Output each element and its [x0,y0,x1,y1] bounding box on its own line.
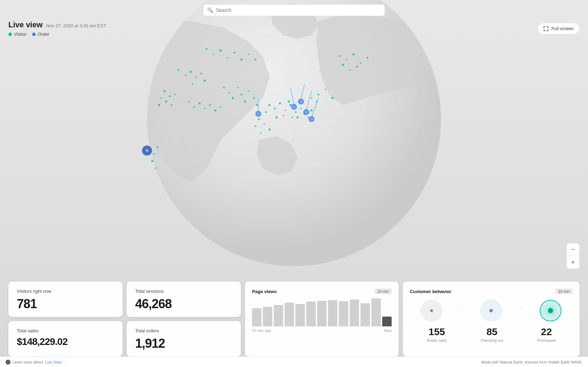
chart-time-end: Now [384,328,392,333]
top-cards-row: Visitors right now 781 Total sessions 46… [8,282,241,317]
svg-point-13 [279,102,281,104]
svg-point-43 [256,104,258,106]
chart-bar [360,303,370,326]
svg-point-54 [204,79,206,82]
svg-point-74 [198,102,201,104]
svg-point-19 [292,117,293,118]
visitors-now-card: Visitors right now 781 [8,282,122,317]
svg-point-39 [241,94,243,96]
stats-grid: Visitors right now 781 Total sessions 46… [8,282,580,356]
svg-point-70 [349,69,351,71]
total-orders-card: Total orders 1,912 [127,321,241,356]
svg-point-53 [201,73,202,75]
fullscreen-button[interactable]: Full screen [538,23,580,34]
zoom-in-button[interactable]: + [567,256,579,269]
svg-point-31 [165,101,167,103]
svg-point-26 [307,117,309,118]
svg-point-78 [220,106,221,108]
svg-point-14 [285,110,286,111]
svg-point-61 [240,58,243,61]
svg-point-65 [346,59,347,60]
svg-point-68 [367,57,369,59]
svg-point-59 [227,57,228,58]
visitor-dot [8,33,12,36]
svg-point-45 [264,124,265,125]
svg-point-107 [311,118,312,120]
svg-point-103 [306,111,307,113]
svg-point-22 [296,116,299,118]
legend-visitor: Visitor [8,32,27,37]
zoom-out-button[interactable]: − [567,243,579,256]
sessions-wave [127,314,241,317]
order-dot [32,33,36,36]
purchased-value: 22 [541,326,552,338]
svg-point-34 [158,104,160,106]
svg-point-83 [311,97,312,99]
chart-bar [371,298,381,326]
svg-point-63 [255,59,257,61]
checking-out-value: 85 [486,326,497,338]
active-carts-value: 155 [429,326,445,338]
svg-point-87 [155,167,156,169]
svg-point-67 [360,62,361,64]
svg-point-99 [300,101,302,102]
page-subtitle: Nov 27, 2020 at 3:45 am EST [46,23,106,28]
search-input[interactable] [203,4,385,16]
svg-point-32 [171,104,173,106]
customer-behavior-card: Customer behavior 10 min → → [403,282,580,356]
arrow-2: → [516,305,526,310]
svg-point-28 [163,90,166,92]
svg-point-17 [283,115,284,116]
legend-row: Visitor Order [8,32,106,37]
svg-point-79 [318,94,320,96]
svg-point-46 [268,129,271,131]
svg-point-12 [274,108,276,110]
svg-point-47 [255,125,257,127]
svg-point-37 [232,97,234,99]
active-carts-circle [419,298,444,323]
chart-bar [317,301,327,326]
svg-point-112 [430,309,433,312]
legend-order: Order [32,32,49,37]
total-orders-value: 1,912 [135,336,232,351]
svg-point-84 [157,146,159,148]
chart-bar [339,301,348,326]
chart-bar [295,304,305,326]
svg-point-49 [178,69,180,71]
svg-point-35 [223,87,225,89]
purchased-stat: 22 Purchased [537,326,556,342]
chart-bar [263,307,272,326]
bottom-bar-left: i Learn more about Live View . [6,360,65,365]
svg-point-86 [151,160,153,162]
svg-point-95 [293,106,295,108]
svg-point-18 [288,101,290,103]
info-icon: i [6,360,10,365]
svg-point-42 [253,97,255,99]
chart-bar [382,317,392,326]
svg-point-110 [146,150,148,152]
total-sales-label: Total sales [17,328,114,333]
svg-point-66 [352,53,355,55]
live-view-link[interactable]: Live View [45,360,62,364]
search-bar-container: 🔍 [203,4,385,16]
svg-point-29 [169,96,171,97]
sales-wave [8,354,122,356]
svg-point-75 [204,108,205,109]
header-left: Live view Nov 27, 2020 at 3:45 am EST Vi… [8,20,106,37]
svg-point-38 [237,87,239,88]
svg-point-48 [260,132,261,134]
learn-period: . [64,360,65,364]
svg-point-40 [244,101,246,103]
checking-out-stat: 85 Checking out [481,326,503,342]
svg-point-50 [185,75,186,76]
chart-time-start: 10 min ago [252,328,271,333]
svg-point-33 [174,94,176,95]
search-icon: 🔍 [207,7,213,13]
svg-point-71 [356,66,358,68]
svg-point-80 [325,89,326,90]
behavior-stats: 155 Active carts 85 Checking out 22 Purc… [410,326,573,342]
svg-point-16 [295,111,297,113]
total-sales-value: $148,229.02 [17,336,114,347]
active-carts-stat: 155 Active carts [427,326,447,342]
svg-point-77 [214,109,216,111]
